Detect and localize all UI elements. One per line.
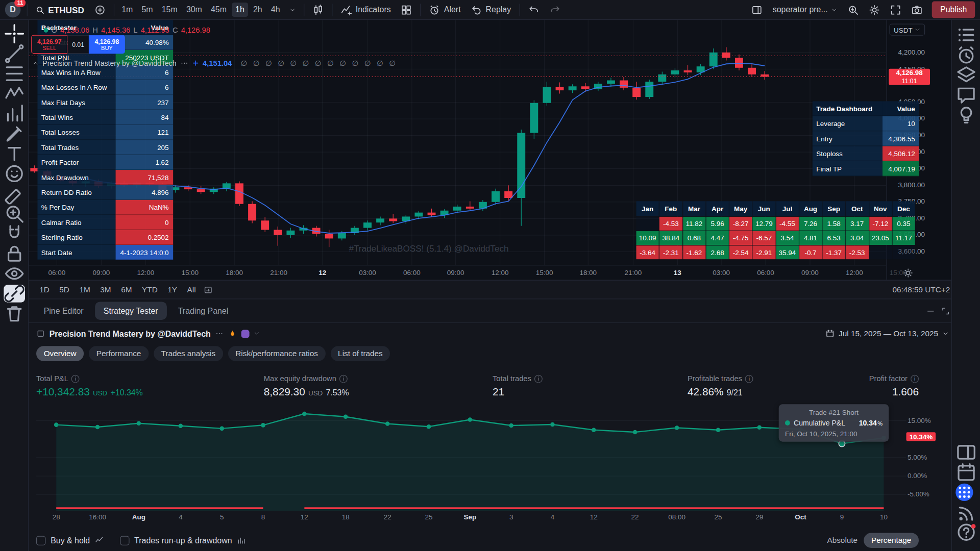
compare-button[interactable] [90,2,110,18]
layout-button[interactable] [747,2,767,18]
brush-icon[interactable] [4,125,25,142]
go-to-date-icon[interactable] [204,285,213,294]
chart-style-button[interactable] [308,2,328,18]
checkbox-icon [36,536,45,545]
crosshair-icon[interactable] [4,25,25,42]
clock[interactable]: 06:48:59 UTC+2 [892,285,950,294]
fib-retracement-icon[interactable] [4,65,25,82]
panel-right-icon[interactable] [955,443,977,461]
zoom-icon[interactable] [4,205,25,222]
buy-button[interactable]: 4,126.98 BUY [89,35,125,54]
info-icon[interactable] [339,374,348,383]
table-cell: % Per Day [37,200,115,215]
strategy-chevron-icon[interactable] [254,331,260,337]
subtab-overview[interactable]: Overview [36,346,84,361]
quick-search-button[interactable] [843,2,863,18]
symbol-search-button[interactable]: ETHUSD [31,2,88,17]
replay-button[interactable]: Replay [467,2,516,18]
alarm-icon[interactable] [955,46,977,64]
monthly-row: -3.64-2.31-1.622.68-2.54-2.9135.94-0.7-1… [636,245,915,259]
subtab-list-of-trades[interactable]: List of trades [330,346,390,361]
timeframe-4h[interactable]: 4h [267,3,283,17]
absolute-button[interactable]: Absolute [827,536,857,545]
range-6m[interactable]: 6M [117,283,136,296]
runup-drawdown-checkbox[interactable]: Trades run-up & drawdown [120,536,246,545]
tab-pine-editor[interactable]: Pine Editor [35,302,92,320]
strategy-name[interactable]: Precision Trend Mastery by @DaviddTech [42,59,176,67]
equity-curve-chart[interactable] [36,404,906,511]
buy-hold-checkbox[interactable]: Buy & hold [36,536,104,545]
timeframe-15m[interactable]: 15m [158,3,181,17]
snapshot-button[interactable] [907,2,927,18]
timeframe-45m[interactable]: 45m [207,3,231,17]
range-1y[interactable]: 1Y [163,283,182,296]
undo-button[interactable] [524,2,544,18]
user-avatar[interactable]: D 11 [5,2,21,18]
indicators-button[interactable]: Indicators [336,2,396,18]
fullscreen-button[interactable] [886,2,906,18]
alert-button[interactable]: Alert [425,2,465,18]
table-cell: Aug [799,201,822,216]
magnet-icon[interactable] [4,225,25,242]
settings-button[interactable] [865,2,885,18]
layers-icon[interactable] [955,66,977,84]
minimize-panel-button[interactable] [926,307,935,315]
range-5d[interactable]: 5D [55,283,74,296]
info-icon[interactable] [745,374,753,383]
range-ytd[interactable]: YTD [138,283,162,296]
range-1m[interactable]: 1M [75,283,94,296]
apps-grid-icon[interactable] [955,484,973,501]
tab-strategy-tester[interactable]: Strategy Tester [95,302,167,320]
publish-button[interactable]: Publish [932,1,975,18]
info-icon[interactable] [911,374,919,383]
layout-name-button[interactable]: soperator pre... [768,3,842,17]
sell-button[interactable]: 4,126.97 SELL [31,35,67,54]
eye-icon[interactable] [4,265,25,282]
trend-line-icon[interactable] [4,45,25,62]
timeframe-1h[interactable]: 1h [232,3,248,17]
ideas-icon[interactable] [955,106,977,123]
pattern-icon[interactable] [4,85,25,103]
table-cell: 10.09 [636,231,659,245]
subtab-risk-performance-ratios[interactable]: Risk/performance ratios [228,346,326,361]
link-icon[interactable] [4,285,25,302]
info-icon[interactable] [534,374,543,383]
timeframe-30m[interactable]: 30m [183,3,206,17]
timeframe-menu-button[interactable] [285,4,300,15]
axis-settings-icon[interactable] [903,268,913,278]
forecast-icon[interactable] [4,105,25,122]
timeframe-2h[interactable]: 2h [250,3,266,17]
indicator-templates-button[interactable] [397,2,416,18]
date-range-button[interactable]: Jul 15, 2025 — Oct 13, 2025 [825,329,948,338]
timeframe-5m[interactable]: 5m [138,3,157,17]
info-icon[interactable] [71,374,80,383]
quantity-field[interactable]: 0.01 [67,35,89,54]
range-3m[interactable]: 3M [96,283,115,296]
subtab-trades-analysis[interactable]: Trades analysis [154,346,223,361]
help-icon[interactable] [955,523,977,541]
maximize-panel-button[interactable] [941,307,950,315]
strategy-marker-icon[interactable] [36,329,45,338]
text-icon[interactable] [4,145,25,162]
emoji-icon[interactable] [4,165,25,182]
strategy-title[interactable]: Precision Trend Mastery by @DaviddTech [50,329,211,338]
more-icon[interactable] [180,59,189,67]
lock-icon[interactable] [4,245,25,262]
percentage-button[interactable]: Percentage [864,533,919,547]
redo-button[interactable] [545,2,565,18]
watchlist-icon[interactable] [955,26,977,43]
chat-icon[interactable] [955,86,977,104]
range-all[interactable]: All [183,283,200,296]
signal-icon[interactable] [955,504,977,521]
subtab-performance[interactable]: Performance [89,346,149,361]
timeframe-1m[interactable]: 1m [118,3,137,17]
ruler-icon[interactable] [4,185,25,202]
calendar-icon[interactable] [955,464,977,481]
strategy-more-icon[interactable] [215,329,224,338]
currency-button[interactable]: USDT [889,24,925,36]
range-1d[interactable]: 1D [35,283,54,296]
tab-trading-panel[interactable]: Trading Panel [169,302,237,320]
time-axis[interactable]: 06:0009:0012:0015:0018:0021:001203:0006:… [29,265,886,280]
trash-icon[interactable] [4,305,25,322]
legend-collapse-icon[interactable] [33,60,39,66]
